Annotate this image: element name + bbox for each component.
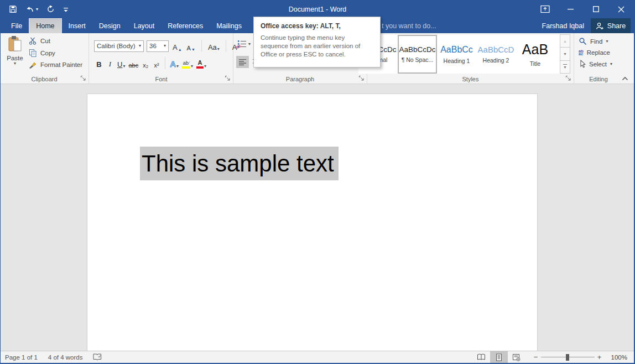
cut-button[interactable]: Cut xyxy=(29,37,82,45)
select-caret[interactable]: ▾ xyxy=(610,62,612,66)
shrink-font-icon: A xyxy=(187,45,191,51)
styles-scroll-up-button[interactable]: ▲ xyxy=(560,34,570,48)
copy-button[interactable]: Copy xyxy=(29,49,82,57)
select-cursor-icon xyxy=(579,60,586,68)
style-heading-1[interactable]: AaBbCc Heading 1 xyxy=(437,35,476,74)
tooltip-body: Continue typing the menu key sequence fr… xyxy=(261,34,371,59)
undo-button[interactable]: ▾ xyxy=(25,6,38,13)
word-count-status[interactable]: 4 of 4 words xyxy=(48,354,83,361)
underline-caret[interactable]: ▾ xyxy=(123,64,125,69)
subscript-button[interactable]: x₂ xyxy=(140,57,150,69)
replace-button[interactable]: abac Replace xyxy=(579,49,612,56)
save-icon xyxy=(9,5,17,13)
format-painter-label: Format Painter xyxy=(40,61,82,68)
superscript-button[interactable]: x² xyxy=(152,57,162,69)
clipboard-dialog-launcher[interactable] xyxy=(80,75,86,81)
format-painter-button[interactable]: Format Painter xyxy=(29,61,82,69)
separator xyxy=(226,40,226,52)
status-left: Page 1 of 1 4 of 4 words xyxy=(0,353,102,362)
read-mode-button[interactable] xyxy=(472,351,490,363)
zoom-out-button[interactable]: − xyxy=(532,353,540,361)
tab-file[interactable]: File xyxy=(4,18,29,33)
grow-font-button[interactable]: A▲ xyxy=(171,40,183,52)
document-page[interactable]: This is sample text xyxy=(87,93,538,351)
font-name-combobox[interactable]: Calibri (Body) ▾ xyxy=(94,40,144,52)
tab-mailings[interactable]: Mailings xyxy=(210,18,248,33)
bold-button[interactable]: B xyxy=(94,57,104,69)
account-user-name[interactable]: Farshad Iqbal xyxy=(542,18,584,33)
shrink-font-button[interactable]: A▼ xyxy=(186,40,196,52)
style-heading-2[interactable]: AaBbCcD Heading 2 xyxy=(476,35,516,74)
align-left-button[interactable] xyxy=(236,56,249,68)
strikethrough-button[interactable]: abc xyxy=(127,57,139,69)
close-button[interactable] xyxy=(608,0,634,18)
text-highlight-caret[interactable]: ▾ xyxy=(191,64,193,69)
tell-me-box[interactable]: t you want to do... xyxy=(382,18,436,33)
ribbon-display-options-icon xyxy=(540,5,550,13)
dialog-launcher-icon xyxy=(358,75,365,81)
share-button[interactable]: Share xyxy=(591,18,631,33)
document-text[interactable]: This is sample text xyxy=(142,150,334,177)
customize-quick-access-button[interactable] xyxy=(63,6,69,13)
read-mode-icon xyxy=(477,353,486,361)
maximize-button[interactable] xyxy=(583,0,608,18)
ribbon-display-options-button[interactable] xyxy=(532,0,558,18)
styles-scroll-down-button[interactable]: ▼ xyxy=(560,47,570,60)
font-row-top: Calibri (Body) ▾ 36 ▾ A▲ A▼ Aa▾ A xyxy=(94,40,242,52)
text-effects-caret[interactable]: ▾ xyxy=(176,64,179,69)
tab-home[interactable]: Home xyxy=(29,18,61,33)
italic-button[interactable]: I xyxy=(105,57,115,69)
zoom-in-button[interactable]: + xyxy=(596,353,603,361)
paragraph-dialog-launcher[interactable] xyxy=(358,75,365,81)
dialog-launcher-icon xyxy=(225,75,231,81)
bullets-caret[interactable]: ▾ xyxy=(248,42,251,46)
proofing-status-button[interactable] xyxy=(93,353,102,362)
font-color-icon: A xyxy=(196,60,204,69)
collapse-ribbon-button[interactable] xyxy=(621,75,629,82)
page-count-status[interactable]: Page 1 of 1 xyxy=(5,354,38,361)
find-button[interactable]: Find ▾ xyxy=(579,37,612,45)
tab-insert[interactable]: Insert xyxy=(62,18,92,33)
print-layout-icon xyxy=(495,353,503,361)
more-bar xyxy=(563,64,567,65)
tab-layout[interactable]: Layout xyxy=(127,18,162,33)
font-name-caret: ▾ xyxy=(139,44,141,48)
tab-references[interactable]: References xyxy=(161,18,210,33)
repeat-button[interactable] xyxy=(46,5,55,13)
styles-more-button[interactable]: ▼ xyxy=(560,60,570,74)
font-color-caret[interactable]: ▾ xyxy=(204,64,206,69)
styles-gallery-scrollbar: ▲ ▼ ▼ xyxy=(560,35,570,74)
title-bar: ▾ Document1 - Word xyxy=(0,0,635,18)
copy-icon xyxy=(29,49,37,57)
undo-dropdown-caret[interactable]: ▾ xyxy=(36,7,38,12)
font-color-button[interactable]: A ▾ xyxy=(195,57,207,69)
select-button[interactable]: Select ▾ xyxy=(579,60,612,68)
font-size-combobox[interactable]: 36 ▾ xyxy=(147,40,169,52)
web-layout-button[interactable] xyxy=(508,351,525,363)
underline-button[interactable]: U▾ xyxy=(116,57,126,69)
print-layout-button[interactable] xyxy=(490,351,508,363)
find-caret[interactable]: ▾ xyxy=(606,39,608,44)
zoom-slider-thumb[interactable] xyxy=(566,354,569,361)
paste-button[interactable]: Paste ▾ xyxy=(3,35,27,75)
style-title[interactable]: AaB Title xyxy=(516,35,555,74)
change-case-button[interactable]: Aa▾ xyxy=(207,40,221,52)
selected-text-highlight[interactable]: This is sample text xyxy=(140,147,339,180)
zoom-percentage[interactable]: 100% xyxy=(611,354,627,361)
share-person-icon xyxy=(596,22,604,30)
styles-group-label: Styles xyxy=(367,76,574,82)
save-button[interactable] xyxy=(9,5,17,13)
redo-icon xyxy=(46,5,55,13)
paste-dropdown-caret[interactable]: ▾ xyxy=(14,61,16,66)
bullets-button[interactable]: ▾ xyxy=(237,40,251,48)
text-highlight-button[interactable]: ab⁄ ▾ xyxy=(181,57,194,69)
tab-design[interactable]: Design xyxy=(92,18,127,33)
word-window: ▾ Document1 - Word xyxy=(0,0,635,364)
font-dialog-launcher[interactable] xyxy=(225,75,231,81)
zoom-slider[interactable] xyxy=(541,353,595,361)
minimize-button[interactable] xyxy=(558,0,583,18)
text-effects-button[interactable]: A▾ xyxy=(169,57,180,69)
style-no-spacing[interactable]: AaBbCcDc ¶ No Spac... xyxy=(398,35,437,74)
styles-dialog-launcher[interactable] xyxy=(565,75,571,81)
clipboard-small-buttons: Cut Copy Format Painter xyxy=(29,37,82,69)
